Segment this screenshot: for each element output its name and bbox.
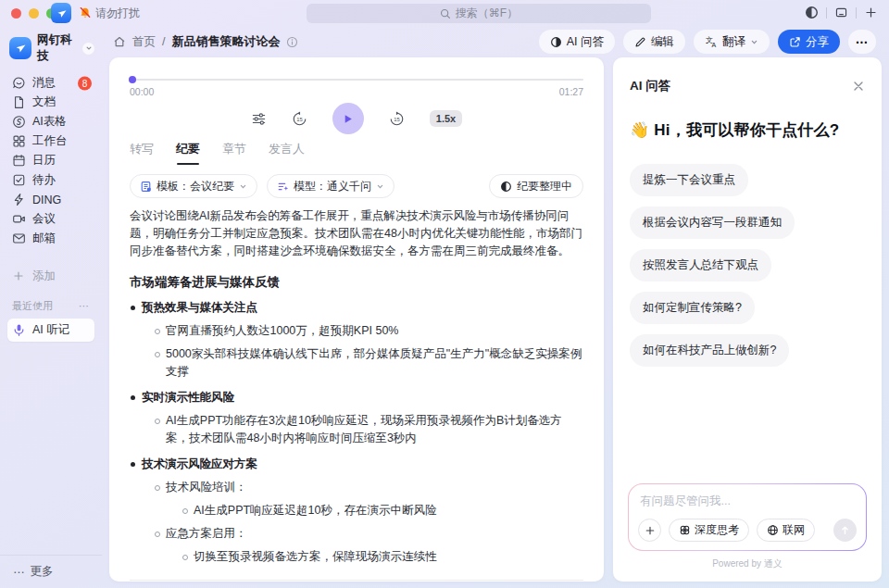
suggestion-chip[interactable]: 根据会议内容写一段群通知 <box>630 206 795 239</box>
sidebar-item-calendar[interactable]: 日历 <box>7 151 94 170</box>
unread-badge: 8 <box>78 76 92 90</box>
theme-toggle-icon[interactable] <box>805 6 819 19</box>
ai-qa-label: AI 问答 <box>567 34 604 50</box>
more-actions-button[interactable]: ⋯ <box>848 30 876 54</box>
chat-icon <box>12 76 26 90</box>
sidebar-recent-item-ai-notes[interactable]: AI 听记 <box>7 319 94 342</box>
global-search[interactable]: 搜索（⌘F） <box>307 4 651 23</box>
model-select[interactable]: 模型：通义千问 <box>267 174 394 198</box>
ai-qa-button[interactable]: AI 问答 <box>539 30 615 54</box>
search-icon <box>440 8 451 19</box>
web-search-toggle[interactable]: 联网 <box>757 519 815 542</box>
play-button[interactable] <box>332 103 364 134</box>
ai-qa-icon <box>550 36 562 48</box>
deep-think-toggle[interactable]: 深度思考 <box>669 519 749 542</box>
workbench-icon <box>12 134 26 148</box>
ask-input-box[interactable]: 深度思考 联网 <box>628 483 867 551</box>
chevron-down-icon <box>750 38 758 46</box>
suggestion-chip[interactable]: 如何定制宣传策略? <box>630 292 755 324</box>
pencil-icon <box>634 36 646 48</box>
minutes-bullet-l2: 官网直播预约人数达1000万，超预期KPI 50% <box>154 322 583 340</box>
section-divider <box>130 580 583 581</box>
tab-transcript[interactable]: 转写 <box>130 141 154 166</box>
ai-table-icon <box>12 115 26 129</box>
minutes-document-card: 00:00 01:27 15 15 1.5x 转写纪要章节发言人 模板：会议纪 <box>109 57 604 582</box>
page-header: 首页 / 新品销售策略讨论会 AI 问答 编辑 文A 翻译 <box>102 26 889 57</box>
audio-settings-icon[interactable] <box>251 111 267 127</box>
share-button[interactable]: 分享 <box>778 30 840 54</box>
playback-slider[interactable] <box>130 76 583 83</box>
org-avatar <box>9 37 31 59</box>
chevron-down-icon[interactable] <box>82 43 94 55</box>
minutes-bullet-l1: 预热效果与媒体关注点 <box>130 299 583 317</box>
ask-toolbar: 深度思考 联网 <box>638 519 857 542</box>
ai-panel-title: AI 问答 <box>630 78 670 94</box>
minutes-bullet-l3: 切换至预录视频备选方案，保障现场演示连续性 <box>182 548 583 566</box>
doc-icon <box>12 95 26 109</box>
recent-more-icon[interactable]: ⋯ <box>79 300 90 312</box>
tab-speakers[interactable]: 发言人 <box>269 141 305 166</box>
breadcrumb-home[interactable]: 首页 <box>132 34 156 50</box>
sidebar-item-messages[interactable]: 消息8 <box>7 73 94 93</box>
sidebar-add-button[interactable]: 添加 <box>7 267 94 286</box>
template-select[interactable]: 模板：会议纪要 <box>130 174 257 198</box>
web-search-label: 联网 <box>783 522 805 538</box>
sidebar-item-workbench[interactable]: 工作台 <box>7 131 94 151</box>
playback-speed-button[interactable]: 1.5x <box>430 110 462 127</box>
suggestion-chip[interactable]: 提炼一下会议重点 <box>630 164 748 196</box>
page-title: 新品销售策略讨论会 <box>171 33 280 50</box>
status-text: 纪要整理中 <box>517 179 572 194</box>
close-window-button[interactable] <box>11 8 21 19</box>
suggestion-chip[interactable]: 如何在科技产品上做创新? <box>630 334 789 367</box>
share-label: 分享 <box>806 34 829 50</box>
home-icon[interactable] <box>113 35 126 48</box>
do-not-disturb-status[interactable]: 请勿打扰 <box>79 6 140 20</box>
document-tabs: 转写纪要章节发言人 <box>109 139 604 166</box>
titlebar-separator <box>856 7 857 19</box>
new-window-plus-icon[interactable] <box>864 6 878 19</box>
sidebar-item-ding[interactable]: DING <box>7 190 94 209</box>
ai-panel-header: AI 问答 <box>613 57 882 94</box>
bell-off-icon <box>79 6 92 19</box>
slider-handle[interactable] <box>129 76 136 83</box>
sidebar-item-label: 文档 <box>32 94 56 110</box>
org-switcher[interactable]: 网钉科技 <box>7 31 94 73</box>
titlebar-separator <box>826 7 827 19</box>
loading-icon <box>500 181 512 193</box>
svg-text:A: A <box>712 42 717 48</box>
sidebar-item-ai-table[interactable]: AI表格 <box>7 112 94 131</box>
ellipsis-icon: ⋯ <box>856 35 869 49</box>
ai-greeting: 👋 Hi，我可以帮你干点什么? <box>613 94 882 141</box>
greeting-text: Hi，我可以帮你干点什么? <box>654 121 839 139</box>
close-icon[interactable] <box>852 80 865 93</box>
sidebar-item-todo[interactable]: 待办 <box>7 170 94 190</box>
globe-icon <box>767 524 779 536</box>
translate-button[interactable]: 文A 翻译 <box>694 30 770 54</box>
share-icon <box>789 36 801 48</box>
sidebar-more-button[interactable]: ⋯ 更多 <box>0 555 102 588</box>
edit-button[interactable]: 编辑 <box>623 30 685 54</box>
dingtalk-logo-icon <box>51 3 71 23</box>
sidebar-item-docs[interactable]: 文档 <box>7 93 94 112</box>
org-name: 网钉科技 <box>37 32 77 64</box>
ask-input[interactable] <box>640 494 855 507</box>
info-icon[interactable] <box>286 36 298 48</box>
tab-chapters[interactable]: 章节 <box>222 141 246 166</box>
suggestion-chip[interactable]: 按照发言人总结下观点 <box>630 249 771 281</box>
compact-window-icon[interactable] <box>834 6 848 19</box>
rewind-15s-icon[interactable]: 15 <box>291 110 308 128</box>
sidebar-item-mail[interactable]: 邮箱 <box>7 229 94 248</box>
sidebar-add-label: 添加 <box>32 269 56 284</box>
minimize-window-button[interactable] <box>29 8 39 19</box>
sidebar-item-label: 邮箱 <box>32 231 56 246</box>
sidebar-item-meeting[interactable]: 会议 <box>7 209 94 229</box>
sidebar: 网钉科技 消息8文档AI表格工作台日历待办DING会议邮箱 添加 最近使用 ⋯ … <box>0 26 102 588</box>
titlebar-actions <box>805 6 878 19</box>
wave-emoji: 👋 <box>630 121 649 139</box>
tab-minutes[interactable]: 纪要 <box>176 141 200 166</box>
attach-plus-button[interactable] <box>638 519 661 542</box>
minutes-bullet-l1: 实时演示性能风险 <box>130 389 583 407</box>
send-button[interactable] <box>833 519 857 542</box>
total-duration: 01:27 <box>559 86 583 97</box>
forward-15s-icon[interactable]: 15 <box>388 110 406 128</box>
